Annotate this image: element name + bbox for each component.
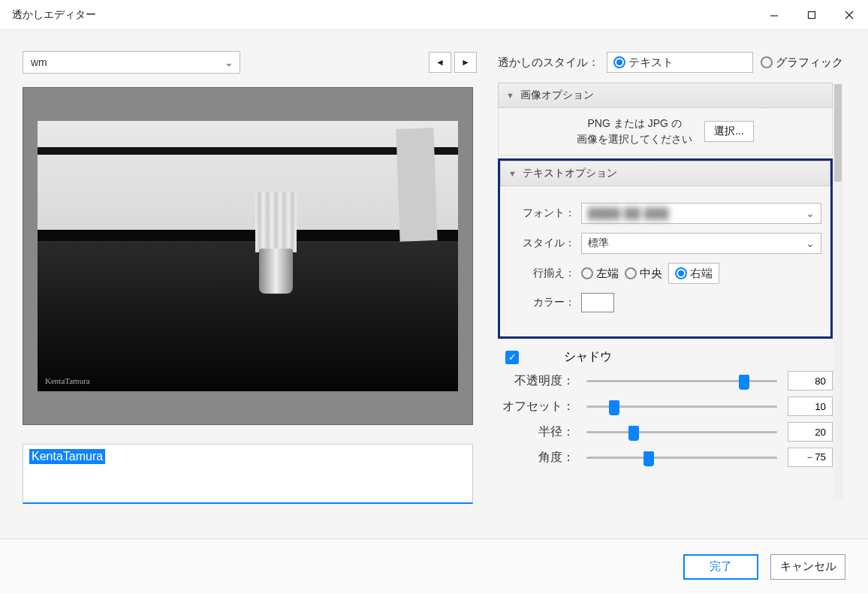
font-label: フォント：: [509, 207, 581, 220]
radius-label: 半径：: [498, 424, 582, 440]
style-radio-graphic[interactable]: グラフィック: [761, 56, 843, 70]
disclosure-triangle-icon: ▼: [508, 169, 517, 178]
prev-button[interactable]: ◄: [429, 52, 451, 73]
opacity-slider[interactable]: [582, 380, 782, 382]
dialog-footer: 完了 キャンセル: [0, 538, 868, 594]
section-text-options[interactable]: ▼ テキストオプション: [500, 161, 830, 186]
vertical-scrollbar[interactable]: [833, 83, 843, 499]
opacity-label: 不透明度：: [498, 373, 582, 389]
text-options-highlight: ▼ テキストオプション フォント： ████ ██ ███ ⌄ スタイル：: [498, 158, 833, 339]
style-row: 透かしのスタイル： テキスト グラフィック: [498, 51, 843, 74]
align-radio-left[interactable]: 左端: [581, 263, 619, 284]
title-bar: 透かしエディター: [0, 0, 868, 30]
angle-label: 角度：: [498, 450, 582, 466]
preview-frame: KentaTamura: [23, 87, 473, 425]
offset-slider[interactable]: [582, 406, 782, 408]
align-label: 行揃え：: [509, 267, 581, 280]
cancel-button[interactable]: キャンセル: [770, 554, 845, 580]
window-title: 透かしエディター: [12, 8, 96, 22]
color-swatch[interactable]: [581, 293, 614, 312]
opacity-value[interactable]: [788, 371, 833, 390]
preset-select[interactable]: wm ⌄: [23, 51, 240, 74]
align-radio-center[interactable]: 中央: [625, 263, 662, 284]
disclosure-triangle-icon: ▼: [506, 91, 514, 100]
chevron-down-icon: ⌄: [806, 207, 815, 219]
next-button[interactable]: ►: [454, 52, 477, 73]
offset-value[interactable]: [788, 397, 833, 416]
shadow-label: シャドウ: [564, 349, 612, 365]
watermark-preview: KentaTamura: [45, 376, 90, 385]
fontstyle-label: スタイル：: [509, 237, 581, 250]
minimize-button[interactable]: [755, 0, 793, 30]
done-button[interactable]: 完了: [683, 554, 758, 580]
offset-label: オフセット：: [498, 399, 582, 415]
angle-value[interactable]: [788, 448, 833, 467]
radius-value[interactable]: [788, 422, 833, 442]
angle-slider[interactable]: [582, 457, 782, 459]
radius-slider[interactable]: [582, 431, 782, 433]
style-label: 透かしのスタイル：: [498, 56, 599, 70]
color-label: カラー：: [509, 296, 581, 309]
chevron-down-icon: ⌄: [225, 56, 234, 68]
close-button[interactable]: [830, 0, 868, 30]
fontstyle-select[interactable]: 標準 ⌄: [581, 233, 821, 254]
image-hint: PNG または JPG の 画像を選択してください: [577, 116, 692, 147]
chevron-down-icon: ⌄: [806, 237, 815, 249]
font-select[interactable]: ████ ██ ███ ⌄: [581, 203, 821, 224]
watermark-text-value: KentaTamura: [29, 449, 105, 464]
style-radio-text[interactable]: テキスト: [607, 52, 753, 73]
preview-image: KentaTamura: [38, 121, 458, 391]
svg-rect-1: [809, 12, 815, 19]
choose-image-button[interactable]: 選択...: [704, 121, 754, 142]
align-radio-right[interactable]: 右端: [668, 263, 719, 284]
section-image-options[interactable]: ▼ 画像オプション: [498, 83, 833, 108]
watermark-text-input[interactable]: KentaTamura: [23, 444, 473, 504]
shadow-checkbox[interactable]: ✓: [505, 351, 519, 364]
maximize-button[interactable]: [793, 0, 830, 30]
preset-value: wm: [31, 56, 47, 68]
